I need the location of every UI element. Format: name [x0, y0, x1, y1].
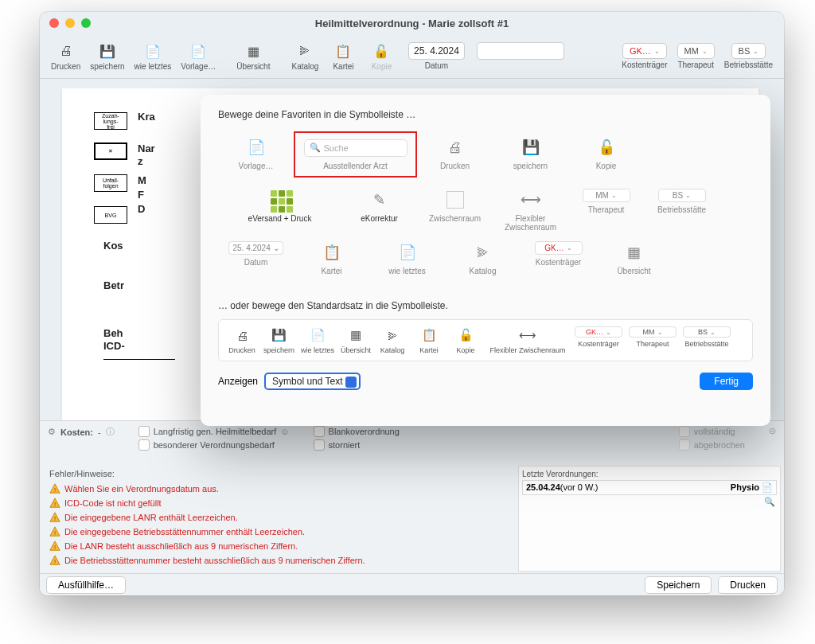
check-besonderer[interactable]: besonderer Verordnungsbedarf: [138, 439, 290, 451]
fav-speichern[interactable]: 💾speichern: [493, 133, 568, 185]
save-icon: 💾: [98, 41, 117, 60]
settings-icon[interactable]: ⊝: [769, 426, 776, 436]
fav-therapeut[interactable]: MM⌄Therapeut: [568, 185, 644, 238]
duplicate-icon: 📄: [310, 326, 326, 344]
unlock-icon: 🔓: [458, 326, 474, 344]
footer: Ausfüllhilfe… Speichern Drucken: [40, 573, 784, 595]
fav-wie-letztes[interactable]: 📄wie letztes: [369, 238, 445, 291]
check-langfristig[interactable]: Langfristig gen. Heilmittelbedarf ☺: [138, 426, 290, 437]
spacer-icon: [444, 189, 466, 211]
fav-katalog[interactable]: ⫸Katalog: [445, 238, 521, 291]
recent-prescriptions: Letzte Verordnungen: 25.04.24(vor 0 W.) …: [518, 466, 781, 572]
check-abgebrochen: abgebrochen: [679, 439, 745, 451]
check-vollstaendig: vollständig: [679, 426, 745, 437]
zoom-button[interactable]: [81, 18, 91, 28]
error-row: !Die eingegebene LANR enthält Leerzeiche…: [49, 510, 507, 525]
errors-panel: Fehler/Hinweise: !Wählen Sie ein Verordn…: [43, 466, 513, 572]
db-drucken: 🖨Drucken: [224, 326, 260, 354]
fav-kartei[interactable]: 📋Kartei: [294, 238, 369, 291]
toolbar-datum[interactable]: 25. 4.2024Datum: [400, 42, 472, 70]
unlock-icon: 🔓: [372, 41, 391, 60]
toolbar-wie-letztes[interactable]: 📄wie letztes: [130, 41, 177, 71]
warning-icon: !: [49, 498, 60, 509]
svg-text:!: !: [54, 501, 56, 508]
chevron-down-icon: ⌄: [654, 48, 660, 55]
printer-icon: 🖨: [57, 41, 76, 60]
toolbar-uebersicht[interactable]: ▦Übersicht: [232, 41, 275, 71]
chevron-down-icon: ⌄: [702, 48, 708, 55]
toolbar-vorlage[interactable]: 📄Vorlage…: [176, 41, 220, 71]
warning-icon: !: [49, 526, 60, 537]
sheet-subtitle: … oder bewege den Standardsatz in die Sy…: [218, 300, 753, 311]
fav-uebersicht[interactable]: ▦Übersicht: [596, 238, 672, 291]
window-title: Heilmittelverordnung - Marie zollsoft #1: [315, 18, 509, 29]
check-blanko[interactable]: Blankoverordnung: [314, 426, 400, 437]
printer-icon: 🖨: [236, 326, 248, 344]
badge-unfall[interactable]: Unfall- folgen: [94, 174, 127, 192]
toolbar-l-field[interactable]: [472, 42, 569, 70]
fav-betriebsstaette[interactable]: BS⌄Betriebsstätte: [644, 185, 719, 238]
toolbar-katalog[interactable]: ⫸Katalog: [286, 41, 324, 71]
db-betriebsstaette: BS⌄Betriebsstätte: [680, 326, 734, 348]
search-input[interactable]: 🔍Suche: [304, 139, 408, 157]
fav-ausstellender-arzt[interactable]: 🔍Suche Ausstellender Arzt: [294, 131, 417, 178]
clipboard-icon: 📋: [422, 326, 437, 344]
flex-spacer-icon: ⟷: [519, 326, 536, 344]
fav-zwischenraum[interactable]: Zwischenraum: [417, 185, 493, 238]
error-row: !Die LANR besteht ausschließlich aus 9 n…: [49, 539, 507, 553]
check-storniert[interactable]: storniert: [314, 439, 400, 451]
info-icon[interactable]: ⓘ: [106, 426, 115, 438]
toolbar-kopie[interactable]: 🔓Kopie: [362, 41, 400, 71]
db-therapeut: MM⌄Therapeut: [626, 326, 680, 348]
default-toolbar-set[interactable]: 🖨Drucken 💾speichern 📄wie letztes ▦Übersi…: [218, 319, 753, 361]
fav-kostentraeger[interactable]: GK…⌄Kostenträger: [521, 238, 596, 291]
badge-bvg[interactable]: BVG: [94, 206, 127, 224]
fav-ekorrektur[interactable]: ✎eKorrektur: [341, 185, 417, 238]
toolbar-betriebsstaette[interactable]: BS⌄Betriebsstätte: [719, 43, 778, 69]
warning-icon: !: [49, 512, 60, 523]
toolbar-speichern[interactable]: 💾speichern: [85, 41, 129, 71]
close-button[interactable]: [49, 18, 59, 28]
toolbar-drucken[interactable]: 🖨Drucken: [46, 41, 85, 71]
fav-drucken[interactable]: 🖨Drucken: [417, 133, 493, 185]
toolbar-kartei[interactable]: 📋Kartei: [324, 41, 362, 71]
pencil-icon: ✎: [369, 189, 391, 211]
fav-kopie[interactable]: 🔓Kopie: [568, 133, 644, 185]
svg-text:!: !: [54, 558, 56, 565]
duplicate-icon: 📄: [396, 241, 419, 263]
fav-vorlage[interactable]: 📄Vorlage…: [218, 133, 294, 185]
minimize-button[interactable]: [65, 18, 75, 28]
db-katalog: ⫸Katalog: [374, 326, 411, 354]
help-button[interactable]: Ausfüllhilfe…: [46, 576, 126, 594]
toolbar-customize-sheet: Bewege deine Favoriten in die Symbolleis…: [201, 95, 770, 426]
anzeigen-select[interactable]: Symbol und Text: [264, 373, 361, 390]
recent-row[interactable]: 25.04.24(vor 0 W.) Physio 📄: [522, 480, 777, 495]
clipboard-icon: 📋: [333, 41, 353, 60]
fav-eversand[interactable]: eVersand + Druck: [218, 185, 341, 238]
fav-flex-zwischenraum[interactable]: ⟷Flexibler Zwischenraum: [493, 185, 568, 238]
toolbar-kostentraeger[interactable]: GK…⌄Kostenträger: [617, 43, 672, 69]
warning-icon: !: [49, 541, 60, 552]
save-icon: 💾: [271, 326, 287, 344]
error-row: !ICD-Code ist nicht gefüllt: [49, 496, 507, 510]
svg-text:!: !: [54, 515, 56, 522]
toolbar-therapeut[interactable]: MM⌄Therapeut: [673, 43, 719, 69]
save-button[interactable]: Speichern: [645, 576, 712, 594]
error-row: !Die eingegebene Betriebsstättennummer e…: [49, 525, 507, 539]
table-icon: ▦: [350, 326, 361, 344]
fav-datum[interactable]: 25. 4.2024 ⌄Datum: [218, 238, 294, 291]
date-field[interactable]: 25. 4.2024: [408, 42, 465, 60]
warning-icon: !: [49, 555, 60, 566]
badge-checked[interactable]: ✕: [94, 142, 127, 160]
sheet-title: Bewege deine Favoriten in die Symbolleis…: [218, 109, 753, 120]
duplicate-icon: 📄: [143, 41, 162, 60]
badge-zuzahlung[interactable]: Zuzah- lungs- frei: [94, 112, 127, 130]
template-icon: 📄: [245, 136, 267, 158]
search-icon[interactable]: 🔍: [764, 497, 775, 506]
gear-icon[interactable]: ⚙: [48, 427, 56, 437]
template-icon: 📄: [189, 41, 208, 60]
done-button[interactable]: Fertig: [700, 373, 753, 390]
print-button[interactable]: Drucken: [718, 576, 778, 594]
svg-text:!: !: [54, 529, 56, 537]
error-row: !Wählen Sie ein Verordnungsdatum aus.: [49, 482, 507, 496]
